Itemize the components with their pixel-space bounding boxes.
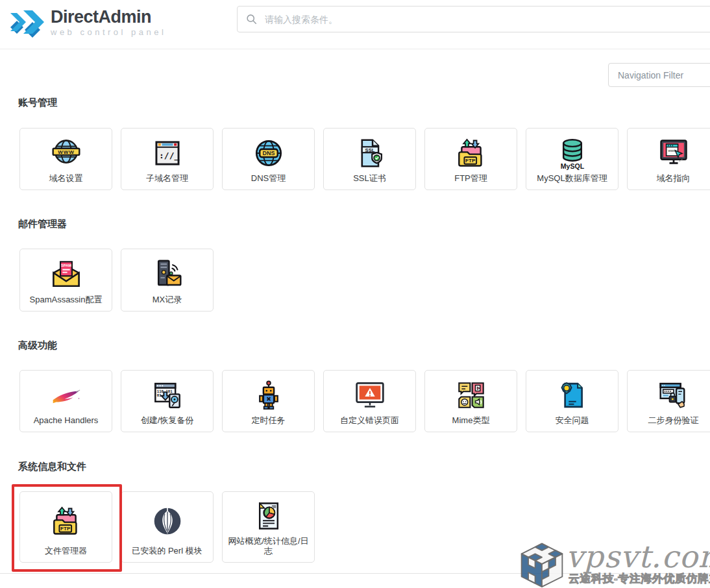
ftp-icon-text: FTP [60,526,71,532]
backup-restore-icon: 110 101 01 [151,378,184,412]
card-mime-types[interactable]: Mime类型 [424,370,517,432]
two-factor-icon [657,378,691,412]
mysql-database-icon: MySQL [556,136,589,170]
section-title-advanced-features: 高级功能 [18,339,57,352]
card-domain-pointers[interactable]: www 域名指向 [627,128,710,190]
www-icon-text: WWW [58,149,74,155]
card-custom-error-pages[interactable]: 自定义错误页面 [323,370,416,432]
ftp-folder-icon: FTP [49,504,83,538]
brand-logo-link[interactable]: DirectAdmin web control panel [9,7,166,40]
card-label: SSL证书 [348,173,391,190]
perl-onion-icon [151,504,184,538]
card-label: 安全问题 [550,415,594,432]
dns-icon-text: DNS [262,150,275,156]
card-spamassassin-setup[interactable]: SPAM SpamAssassin配置 [19,249,112,312]
watermark-site: vpsvt.com [566,539,710,574]
mysql-icon-text: MySQL [560,162,584,169]
card-label: 定时任务 [247,415,291,432]
card-subdomain-management[interactable]: ://_ 子域名管理 [121,128,214,190]
email-manager-row: SPAM SpamAssassin配置 MX记录 [19,249,214,312]
card-label: Mime类型 [447,415,495,432]
card-label: 创建/恢复备份 [136,415,199,432]
card-label: 子域名管理 [141,173,193,190]
spam-envelope-icon: SPAM [49,257,83,291]
card-label: 文件管理器 [40,546,92,562]
error-page-icon [353,378,387,412]
card-two-step-auth[interactable]: 二步身份验证 [627,370,710,432]
card-label: DNS管理 [246,173,291,190]
mime-types-icon [454,378,488,412]
card-label: Apache Handlers [29,415,104,432]
mx-server-icon [151,257,184,291]
search-icon [246,14,257,25]
card-file-manager[interactable]: FTP 文件管理器 [19,491,112,563]
account-management-row: WWW 域名设置 ://_ 子域名管理 DNS DNS管 [19,128,710,190]
globe-dns-icon: DNS [252,136,286,170]
ftp-folder-icon: FTP [454,136,488,170]
directadmin-dashboard: DirectAdmin web control panel 账号管理 WWW 域… [0,0,710,588]
card-label: 域名指向 [652,173,696,190]
directadmin-logo-icon [9,7,45,40]
site-stats-icon [252,499,286,533]
navigation-filter-input[interactable] [608,63,710,87]
spam-icon-text: SPAM [61,263,71,267]
card-apache-handlers[interactable]: Apache Handlers [19,370,112,432]
card-mysql-management[interactable]: MySQL MySQL数据库管理 [526,128,618,190]
card-ssl-certificates[interactable]: SSL SSL证书 [323,128,416,190]
card-create-restore-backups[interactable]: 110 101 01 创建/恢复备份 [121,370,214,432]
card-label: 网站概览/统计信息/日志 [223,536,314,562]
section-title-account-management: 账号管理 [18,97,57,109]
card-mx-records[interactable]: MX记录 [121,249,214,312]
card-cron-jobs[interactable]: 定时任务 [222,370,315,432]
security-shield-icon [556,378,589,412]
card-label: FTP管理 [449,173,493,190]
card-label: MySQL数据库管理 [532,173,612,190]
card-dns-management[interactable]: DNS DNS管理 [222,128,315,190]
globe-www-icon: WWW [49,136,83,170]
search-input[interactable] [263,14,710,25]
cube-logo-icon [518,541,566,588]
advanced-features-row: Apache Handlers 110 101 01 创建/恢复备份 [19,370,710,432]
watermark: vpsvt.com 云途科技-专注海外优质仿牌主机 [515,537,710,588]
card-installed-perl-modules[interactable]: 已安装的 Perl 模块 [121,491,214,563]
apache-feather-icon [49,378,83,412]
card-label: 域名设置 [44,173,88,190]
watermark-tagline: 云途科技-专注海外优质仿牌主机 [569,571,710,586]
ssl-certificate-icon: SSL [353,136,387,170]
ssl-icon-text: SSL [365,147,374,153]
ftp-icon-text: FTP [465,158,476,164]
card-domain-setup[interactable]: WWW 域名设置 [19,128,112,190]
card-ftp-management[interactable]: FTP FTP管理 [424,128,517,190]
header: DirectAdmin web control panel [0,0,710,49]
url-icon-text: ://_ [159,151,179,161]
domain-pointer-icon: www [657,136,691,170]
browser-url-icon: ://_ [151,136,184,170]
card-label: 二步身份验证 [643,415,704,432]
card-label: SpamAssassin配置 [25,295,108,311]
global-search [237,6,710,32]
cron-robot-icon [252,378,286,412]
card-site-summary-stats-logs[interactable]: 网站概览/统计信息/日志 [222,491,315,563]
card-label: 自定义错误页面 [335,415,404,432]
card-security-questions[interactable]: 安全问题 [526,370,618,432]
section-title-email-manager: 邮件管理器 [18,218,67,230]
brand-name: DirectAdmin [51,7,166,27]
brand-tagline: web control panel [51,27,166,37]
card-label: 已安装的 Perl 模块 [127,546,207,562]
card-label: MX记录 [147,295,188,311]
section-title-system-info-files: 系统信息和文件 [18,461,86,473]
system-info-files-row: FTP 文件管理器 已安装的 Perl 模块 [19,491,315,563]
